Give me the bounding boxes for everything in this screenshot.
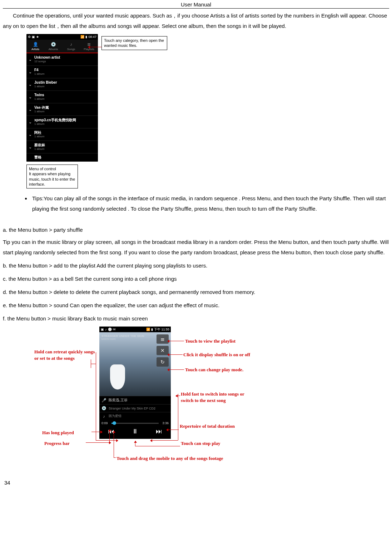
- artist-row[interactable]: ⌄ 阿杜 1 album: [26, 128, 98, 141]
- status-bar: ⚙▣★ 📶 ▮ 08:47: [26, 34, 98, 40]
- note-icon: ♪: [101, 414, 106, 418]
- player-screenshot: ▣♪⚪✉ 📶 ▮ 下午 11:55 STRANGER UNDER THE SKI…: [99, 327, 171, 439]
- intro-paragraph: Continue the operations, until your want…: [3, 11, 389, 31]
- time-elapsed: 0:09: [101, 421, 109, 425]
- next-button[interactable]: ⏭: [156, 428, 162, 435]
- pause-button[interactable]: ⏸: [132, 428, 138, 435]
- menu-item-f: f. the Menu button > music library Back …: [3, 313, 389, 324]
- chevron-down-icon: ⌄: [29, 107, 34, 112]
- callout-menu-control: Menu of control It appears when playing …: [26, 165, 78, 188]
- disc-icon: 💿: [51, 42, 56, 47]
- callout-fastswitch: Hold fast to switch into songs or switch…: [181, 391, 245, 403]
- chevron-down-icon: ⌄: [29, 82, 34, 87]
- artist-row[interactable]: ⌄ 蔡依林 1 album: [26, 141, 98, 153]
- shuffle-button[interactable]: ✕: [157, 346, 169, 355]
- menu-item-b: b. the Menu button > add to the playlist…: [3, 260, 389, 271]
- callout-shuffle: Click it display shuffle is on or off: [183, 352, 255, 358]
- tab-songs[interactable]: ♪ Songs: [62, 40, 80, 53]
- status-bar: ▣♪⚪✉ 📶 ▮ 下午 11:55: [99, 327, 171, 332]
- menu-item-d: d. the Menu button > delete to delete th…: [3, 286, 389, 298]
- chevron-down-icon: ⌄: [29, 145, 34, 149]
- artist-row[interactable]: ⌄ F4 1 album: [26, 66, 98, 78]
- artist-list-screenshot: ⚙▣★ 📶 ▮ 08:47 👤 Artists 💿 Alb: [26, 34, 98, 162]
- callout-playmode: Touch can change play mode.: [185, 367, 257, 373]
- callout-stopplay: Touch can stop play: [181, 440, 252, 447]
- disc-icon: 💿: [101, 406, 106, 411]
- callout-tabbar: Touch any category, then open the wanted…: [101, 36, 167, 50]
- artist-row[interactable]: ⌄ Unknown artist 12 songs: [26, 53, 98, 66]
- tab-artists[interactable]: 👤 Artists: [26, 40, 44, 53]
- playlist-button[interactable]: ≣: [157, 334, 169, 344]
- page-number: 34: [3, 477, 389, 489]
- status-battery-icon: ▮: [151, 328, 153, 331]
- mic-icon: 🎤: [101, 398, 106, 403]
- chevron-down-icon: ⌄: [29, 70, 34, 74]
- status-time: 下午 11:55: [154, 327, 169, 332]
- callout-totalduration: Repertoire of total duration: [180, 423, 248, 430]
- artist-row[interactable]: 曹格: [26, 153, 98, 162]
- callout-retreat: Hold can retreat quickly songs or set to…: [34, 349, 99, 361]
- person-icon: 👤: [33, 42, 38, 47]
- chevron-down-icon: ⌄: [29, 132, 34, 137]
- progress-bar[interactable]: [111, 423, 159, 424]
- album-art: STRANGER UNDER THE SKIN EASON CHAN ≣ ✕ ↻: [99, 332, 171, 396]
- repeat-button[interactable]: ↻: [157, 357, 169, 367]
- callout-progressbar: Progress bar: [44, 440, 98, 447]
- note-icon: ♪: [70, 42, 72, 47]
- chevron-down-icon: ⌄: [29, 95, 34, 99]
- artist-row[interactable]: ⌄ xpmp3.cn手机免费找歌网 1 album: [26, 116, 98, 128]
- callout-playlist: Touch to view the playlist: [185, 338, 249, 344]
- menu-item-c: c. the Menu button > as a bell Set the c…: [3, 273, 389, 285]
- progress-thumb[interactable]: [113, 421, 116, 425]
- callout-hasplayed: Has long played: [42, 430, 96, 436]
- menu-item-a-tip: Tip you can in the music library or play…: [3, 237, 389, 258]
- page-header: User Manual: [3, 0, 389, 8]
- callout-dragfootage: Touch and drag the mobile to any of the …: [116, 455, 252, 462]
- menu-item-a-title: a. the Menu button > party shuffle: [3, 224, 389, 236]
- chevron-down-icon: ⌄: [29, 120, 34, 124]
- music-tabs: 👤 Artists 💿 Albums ♪ Songs ≣ Playlists: [26, 40, 98, 53]
- artist-row[interactable]: ⌄ Twins 1 album: [26, 91, 98, 103]
- track-album-row: 💿 Stranger Under My Skin EP CD2: [99, 404, 171, 412]
- artist-row[interactable]: ⌄ Justin Bieber 1 album: [26, 78, 98, 91]
- menu-item-e: e. the Menu button > sound Can open the …: [3, 299, 389, 311]
- status-battery-icon: ▮: [85, 35, 87, 39]
- status-signal-icon: 📶: [146, 328, 150, 331]
- tips-bullet: Tips:You can play all of the songs in th…: [31, 193, 389, 214]
- track-artist-row: 🎤 陈奕迅,王菲: [99, 396, 171, 404]
- chevron-down-icon: ⌄: [29, 57, 34, 62]
- time-total: 3:36: [161, 421, 169, 425]
- status-time: 08:47: [88, 35, 96, 39]
- track-song-row: ♪ 因为爱情: [99, 412, 171, 420]
- status-signal-icon: 📶: [80, 35, 84, 39]
- artist-row[interactable]: ⌄ Vae-许嵩 1 album: [26, 103, 98, 116]
- tab-albums[interactable]: 💿 Albums: [44, 40, 62, 53]
